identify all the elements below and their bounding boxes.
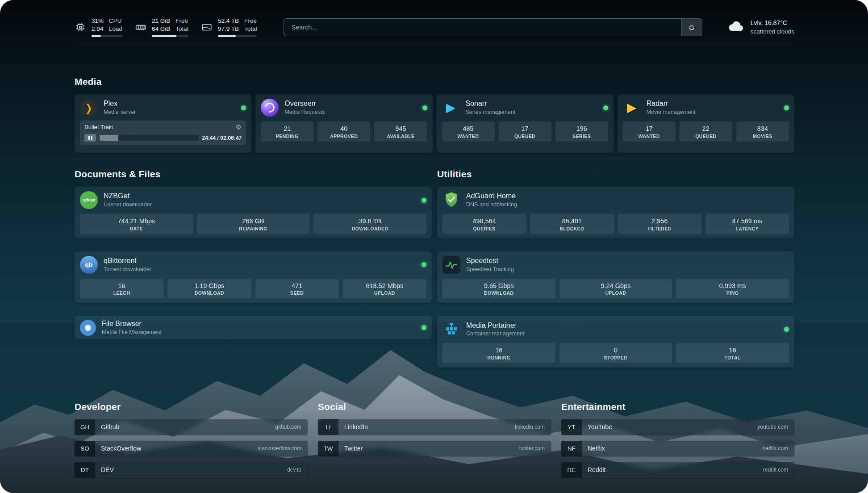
cpu-icon bbox=[75, 21, 86, 33]
stat-leech: 16LEECH bbox=[80, 279, 163, 299]
stat-available: 945AVAILABLE bbox=[374, 121, 427, 142]
service-name: Plex bbox=[104, 99, 136, 109]
stat-download: 9.65 GbpsDOWNLOAD bbox=[442, 279, 555, 299]
weather-location: Lviv, 16.87°C bbox=[751, 18, 794, 27]
section-title-media: Media bbox=[75, 76, 794, 87]
status-dot bbox=[784, 105, 789, 110]
search-provider-button[interactable]: G bbox=[681, 19, 702, 36]
service-desc: DNS and adblocking bbox=[466, 201, 517, 208]
topbar-divider bbox=[75, 43, 794, 43]
stat-download: 1.19 GbpsDOWNLOAD bbox=[167, 279, 251, 299]
bookmark-abbr: RE bbox=[561, 462, 582, 478]
bookmark-url: netflix.com bbox=[763, 445, 794, 451]
cpu-label: CPU bbox=[109, 17, 122, 25]
service-desc: Container management bbox=[466, 330, 525, 337]
memory-free-label: Free bbox=[175, 17, 188, 25]
cloud-icon bbox=[727, 19, 745, 35]
stat-queued: 22QUEUED bbox=[680, 121, 732, 142]
bookmark-twitter[interactable]: TW Twitter twitter.com bbox=[318, 441, 551, 456]
bookmark-youtube[interactable]: YT YouTube youtube.com bbox=[561, 419, 794, 435]
section-title-entertainment: Entertainment bbox=[561, 401, 794, 412]
nzbget-icon: nzbget bbox=[80, 191, 98, 209]
memory-total-value: 64 GiB bbox=[152, 25, 170, 33]
section-title-social: Social bbox=[318, 401, 551, 412]
service-card-overseerr[interactable]: Overseerr Media Requests 21PENDING 40APP… bbox=[255, 94, 432, 153]
service-card-portainer[interactable]: Media Portainer Container management 16R… bbox=[437, 316, 794, 368]
bookmark-netflix[interactable]: NF Netflix netflix.com bbox=[561, 441, 794, 456]
bookmark-name: Netflix bbox=[588, 445, 605, 452]
radarr-icon: ▶ bbox=[623, 99, 641, 117]
qbittorrent-icon: qb bbox=[80, 256, 98, 274]
stat-series: 196SERIES bbox=[555, 121, 608, 142]
service-card-nzbget[interactable]: nzbget NZBGet Usenet downloader 744.21 M… bbox=[75, 187, 432, 238]
bookmark-abbr: LI bbox=[318, 419, 338, 435]
weather-widget: Lviv, 16.87°C scattered clouds bbox=[727, 18, 794, 36]
bookmark-dev[interactable]: DT DEV dev.to bbox=[75, 462, 308, 478]
bookmark-name: DEV bbox=[101, 466, 114, 473]
service-card-qbittorrent[interactable]: qb qBittorrent Torrent downloader 16LEEC… bbox=[75, 251, 432, 303]
service-card-speedtest[interactable]: Speedtest Speedtest Tracking 9.65 GbpsDO… bbox=[437, 251, 794, 303]
filebrowser-icon bbox=[80, 320, 96, 336]
service-desc: Media Requests bbox=[284, 109, 325, 116]
bookmark-github[interactable]: GH Github github.com bbox=[75, 419, 308, 435]
bookmark-name: Github bbox=[101, 423, 119, 430]
status-dot bbox=[603, 105, 608, 110]
service-name: Sonarr bbox=[466, 99, 516, 109]
stat-running: 16RUNNING bbox=[442, 343, 555, 363]
bookmark-abbr: YT bbox=[561, 419, 582, 435]
cpu-load-value: 2.94 bbox=[92, 25, 104, 33]
bookmark-abbr: DT bbox=[75, 462, 95, 478]
service-desc: Media File Management bbox=[102, 329, 162, 336]
memory-progress-bar bbox=[152, 35, 188, 37]
service-name: NZBGet bbox=[104, 192, 152, 201]
bookmark-abbr: TW bbox=[318, 441, 338, 456]
disk-progress-bar bbox=[218, 35, 257, 37]
service-card-filebrowser[interactable]: File Browser Media File Management bbox=[75, 316, 432, 339]
stat-latency: 47.569 msLATENCY bbox=[705, 214, 789, 234]
service-desc: Torrent downloader bbox=[104, 266, 151, 273]
bookmark-url: dev.to bbox=[287, 467, 308, 473]
bookmark-stackoverflow[interactable]: SO StackOverflow stackoverflow.com bbox=[75, 441, 308, 456]
cpu-progress-bar bbox=[92, 35, 122, 37]
service-card-radarr[interactable]: ▶ Radarr Movie management 17WANTED 22QUE… bbox=[618, 94, 794, 153]
section-title-developer: Developer bbox=[75, 401, 308, 412]
portainer-icon bbox=[442, 320, 460, 338]
service-name: Overseerr bbox=[284, 99, 325, 109]
service-desc: Movie management bbox=[647, 109, 696, 116]
memory-free-value: 21 GiB bbox=[152, 17, 170, 25]
disk-free-value: 52.4 TB bbox=[218, 17, 239, 25]
adguard-icon bbox=[442, 191, 460, 209]
gear-icon[interactable]: ⚙ bbox=[236, 124, 242, 130]
plex-icon: ❯ bbox=[80, 99, 98, 117]
bookmark-name: Reddit bbox=[588, 466, 605, 473]
playback-progress-bar[interactable] bbox=[100, 135, 199, 141]
bookmark-abbr: GH bbox=[75, 419, 95, 435]
stat-ping: 0.993 msPING bbox=[676, 279, 789, 299]
stat-total: 16TOTAL bbox=[676, 343, 789, 363]
dashboard-screen: 31% CPU 2.94 Load 21 GiB Free 64 GiB Tot… bbox=[0, 0, 868, 493]
bookmark-abbr: NF bbox=[561, 441, 582, 456]
disk-total-label: Total bbox=[244, 25, 257, 33]
stat-queued: 17QUEUED bbox=[499, 121, 551, 142]
bookmark-group-social: Social LI LinkedIn linkedin.com TW Twitt… bbox=[318, 401, 551, 478]
bookmark-name: LinkedIn bbox=[344, 423, 368, 430]
bookmark-reddit[interactable]: RE Reddit reddit.com bbox=[561, 462, 794, 478]
stat-remaining: 266 GBREMAINING bbox=[197, 214, 310, 234]
stat-upload: 618.52 MbpsUPLOAD bbox=[343, 279, 426, 299]
pause-button[interactable] bbox=[84, 134, 96, 142]
search-input[interactable] bbox=[284, 19, 681, 36]
stat-queries: 498,564QUERIES bbox=[442, 214, 526, 234]
speedtest-icon bbox=[442, 256, 460, 274]
service-card-sonarr[interactable]: ▶ Sonarr Series management 485WANTED 17Q… bbox=[437, 94, 613, 153]
bookmark-linkedin[interactable]: LI LinkedIn linkedin.com bbox=[318, 419, 551, 435]
section-documents: Documents & Files nzbget NZBGet Usenet d… bbox=[75, 169, 432, 368]
service-card-adguard[interactable]: AdGuard Home DNS and adblocking 498,564Q… bbox=[437, 187, 794, 238]
stat-seed: 471SEED bbox=[255, 279, 339, 299]
service-card-plex[interactable]: ❯ Plex Media server Bullet Train ⚙ bbox=[75, 94, 251, 153]
bookmark-url: stackoverflow.com bbox=[258, 445, 308, 451]
overseerr-icon bbox=[261, 99, 279, 117]
status-dot bbox=[421, 262, 426, 267]
disk-free-label: Free bbox=[244, 17, 257, 25]
status-dot bbox=[422, 105, 427, 110]
status-dot bbox=[784, 327, 789, 332]
